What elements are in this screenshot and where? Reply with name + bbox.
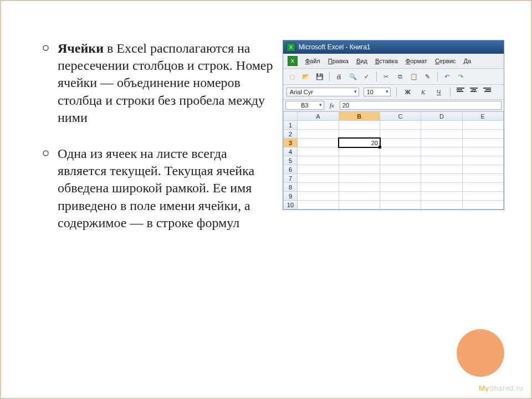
fx-icon[interactable]: fx [326, 102, 337, 109]
row-header-3[interactable]: 3 [283, 139, 297, 147]
row-header-8[interactable]: 8 [283, 183, 297, 192]
cell[interactable] [339, 174, 380, 183]
cell[interactable] [298, 201, 339, 209]
selected-cell-B3[interactable]: 20 [339, 139, 380, 147]
fill-handle[interactable] [378, 146, 381, 149]
cell[interactable] [298, 174, 339, 183]
copy-icon[interactable]: ⧉ [395, 71, 406, 82]
cell[interactable] [380, 201, 421, 209]
italic-icon[interactable]: К [418, 86, 429, 98]
format-painter-icon[interactable]: ✎ [422, 71, 433, 82]
select-all-cell[interactable] [283, 112, 297, 121]
cell[interactable] [380, 183, 421, 192]
cell[interactable] [380, 165, 421, 174]
cell[interactable] [462, 147, 503, 156]
cell[interactable] [421, 183, 462, 192]
cell[interactable] [380, 156, 421, 165]
row-header-5[interactable]: 5 [283, 156, 297, 165]
cell[interactable] [380, 130, 421, 139]
menu-data[interactable]: Да [464, 58, 472, 64]
cell[interactable] [462, 174, 503, 183]
cell[interactable] [380, 174, 421, 183]
menu-edit[interactable]: Правка [328, 58, 349, 64]
excel-grid[interactable]: A B C D E 1 2 3 20 [283, 111, 504, 209]
col-header-B[interactable]: B [339, 112, 380, 121]
cell[interactable] [298, 183, 339, 192]
cell[interactable] [298, 165, 339, 174]
row-header-2[interactable]: 2 [283, 130, 297, 139]
align-right-icon[interactable] [483, 86, 492, 98]
cell[interactable] [462, 139, 503, 147]
menu-format[interactable]: Формат [406, 58, 427, 64]
col-header-C[interactable]: C [380, 112, 421, 121]
print-preview-icon[interactable]: 🔍 [347, 71, 359, 82]
cell[interactable] [298, 139, 339, 147]
cell[interactable] [339, 156, 380, 165]
new-file-icon[interactable]: ▢ [287, 71, 298, 82]
cell[interactable] [298, 130, 339, 139]
cell[interactable] [462, 121, 503, 130]
cell[interactable] [298, 121, 339, 130]
cell[interactable] [421, 147, 462, 156]
cell[interactable] [339, 183, 380, 192]
cell[interactable] [462, 201, 503, 209]
row-header-1[interactable]: 1 [283, 121, 297, 130]
menu-file[interactable]: Файл [305, 58, 320, 64]
cell[interactable] [462, 183, 503, 192]
cell[interactable] [380, 139, 421, 147]
open-file-icon[interactable]: 📂 [300, 71, 311, 82]
cell[interactable] [462, 156, 503, 165]
cell[interactable] [339, 192, 380, 201]
menu-insert[interactable]: Вставка [375, 58, 398, 64]
row-header-6[interactable]: 6 [283, 165, 297, 174]
align-left-icon[interactable] [456, 86, 465, 98]
cell[interactable] [298, 156, 339, 165]
print-icon[interactable]: 🖨 [334, 71, 345, 82]
menu-tools[interactable]: Сервис [435, 58, 456, 64]
font-name-combo[interactable]: Arial Cyr [287, 88, 359, 96]
menu-view[interactable]: Вид [356, 58, 367, 64]
cell[interactable] [339, 201, 380, 209]
cell[interactable] [339, 130, 380, 139]
cell[interactable] [462, 130, 503, 139]
spellcheck-icon[interactable]: ✓ [361, 71, 372, 82]
align-center-icon[interactable] [469, 86, 478, 98]
col-header-E[interactable]: E [462, 112, 503, 121]
cell[interactable] [380, 147, 421, 156]
cell[interactable] [298, 147, 339, 156]
cell[interactable] [298, 192, 339, 201]
cell[interactable] [421, 174, 462, 183]
cell[interactable] [421, 201, 462, 209]
cell[interactable] [380, 192, 421, 201]
cell[interactable] [380, 121, 421, 130]
cell[interactable] [421, 139, 462, 147]
col-header-D[interactable]: D [421, 112, 462, 121]
cell[interactable] [421, 156, 462, 165]
row-header-4[interactable]: 4 [283, 147, 297, 156]
cell[interactable] [421, 130, 462, 139]
row-header-7[interactable]: 7 [283, 174, 297, 183]
paste-icon[interactable]: 📋 [408, 71, 420, 82]
cell[interactable] [421, 165, 462, 174]
cell[interactable] [421, 192, 462, 201]
row-5: 5 [283, 156, 503, 165]
bold-icon[interactable]: Ж [402, 86, 413, 98]
formula-input[interactable]: 20 [340, 101, 502, 110]
undo-icon[interactable]: ↶ [442, 71, 453, 82]
redo-icon[interactable]: ↷ [456, 71, 467, 82]
underline-icon[interactable]: Ч [433, 86, 444, 98]
cell[interactable] [339, 147, 380, 156]
cell[interactable] [421, 121, 462, 130]
cell[interactable] [339, 121, 380, 130]
save-icon[interactable]: 💾 [314, 71, 325, 82]
col-header-A[interactable]: A [298, 112, 339, 121]
cell[interactable] [339, 165, 380, 174]
font-size-combo[interactable]: 10 [364, 88, 391, 96]
cell[interactable] [462, 192, 503, 201]
row-header-9[interactable]: 9 [283, 192, 297, 201]
name-box[interactable]: B3 [285, 101, 324, 110]
content-row: Ячейки в Excel располагаются на пересече… [45, 40, 504, 250]
row-header-10[interactable]: 10 [283, 201, 297, 209]
cut-icon[interactable]: ✂ [381, 71, 392, 82]
cell[interactable] [462, 165, 503, 174]
